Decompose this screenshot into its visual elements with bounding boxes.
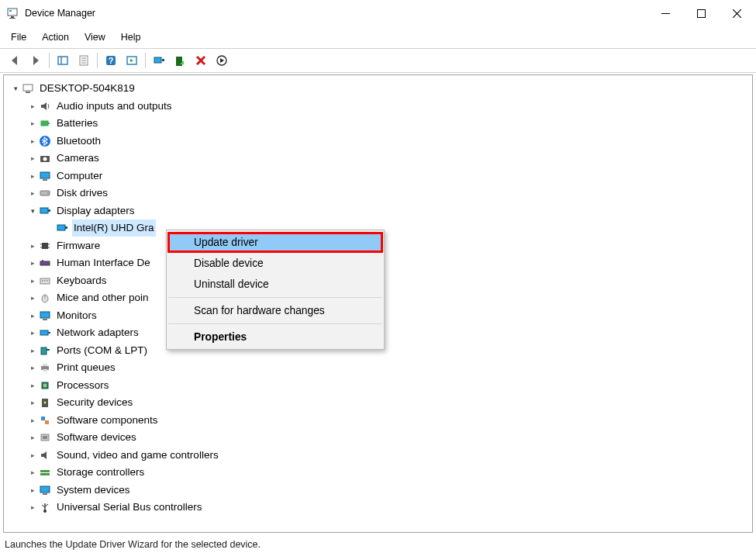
tree-item-batteries[interactable]: ▸Batteries [10, 115, 746, 133]
help-button[interactable]: ? [101, 50, 121, 71]
back-button[interactable] [5, 50, 25, 71]
chevron-right-icon[interactable]: ▸ [27, 237, 38, 254]
chevron-down-icon[interactable]: ▾ [27, 202, 38, 219]
mouse-icon [38, 291, 52, 305]
tree-item-label: Print queues [55, 359, 117, 376]
install-driver-toolbar-button[interactable] [170, 50, 190, 71]
tree-item-software-components[interactable]: ▸Software components [10, 412, 746, 430]
svg-rect-23 [23, 85, 33, 91]
menu-file[interactable]: File [3, 29, 34, 46]
uninstall-toolbar-button[interactable] [191, 50, 211, 71]
tree-item-label: Display adapters [55, 202, 136, 219]
tree-item-print-queues[interactable]: ▸Print queues [10, 359, 746, 377]
chip-icon [38, 239, 52, 253]
tree-item-label: System devices [55, 482, 132, 499]
context-disable-device[interactable]: Disable device [167, 253, 383, 274]
forward-button[interactable] [26, 50, 46, 71]
tree-item-label: Mice and other poin [55, 289, 150, 306]
chevron-right-icon[interactable]: ▸ [27, 412, 38, 429]
chevron-right-icon[interactable]: ▸ [27, 98, 38, 115]
tree-item-label: Network adapters [55, 324, 140, 341]
update-driver-toolbar-button[interactable] [149, 50, 169, 71]
chevron-right-icon[interactable]: ▸ [27, 359, 38, 376]
context-separator [168, 297, 382, 298]
camera-icon [38, 151, 52, 165]
svg-rect-44 [42, 260, 43, 261]
scan-toolbar-button[interactable] [122, 50, 142, 71]
tree-item-processors[interactable]: ▸Processors [10, 377, 746, 395]
tree-item-system[interactable]: ▸System devices [10, 482, 746, 499]
chevron-right-icon[interactable]: ▸ [27, 394, 38, 411]
chevron-right-icon[interactable]: ▸ [27, 324, 38, 341]
tree-item-label: Ports (COM & LPT) [55, 342, 149, 359]
context-update-driver[interactable]: Update driver [167, 232, 383, 253]
show-hide-console-button[interactable] [53, 50, 73, 71]
menu-action[interactable]: Action [34, 29, 77, 46]
chevron-right-icon[interactable]: ▸ [27, 429, 38, 446]
chevron-right-icon[interactable]: ▸ [27, 499, 38, 516]
close-button[interactable] [719, 0, 754, 26]
chevron-right-icon[interactable]: ▸ [27, 133, 38, 150]
chevron-right-icon[interactable]: ▸ [27, 482, 38, 499]
tree-item-computer[interactable]: ▸Computer [10, 168, 746, 185]
chevron-right-icon[interactable]: ▸ [27, 115, 38, 132]
chevron-down-icon[interactable]: ▾ [10, 80, 21, 97]
status-text: Launches the Update Driver Wizard for th… [5, 539, 261, 550]
maximize-button[interactable] [683, 0, 719, 26]
chevron-right-icon[interactable]: ▸ [27, 447, 38, 464]
chevron-right-icon[interactable]: ▸ [27, 254, 38, 271]
disk-icon [38, 186, 52, 200]
context-uninstall-device[interactable]: Uninstall device [167, 274, 383, 295]
properties-toolbar-button[interactable] [74, 50, 94, 71]
chevron-right-icon[interactable]: ▸ [27, 289, 38, 306]
tree-item-label: Batteries [55, 115, 99, 132]
svg-rect-18 [162, 59, 164, 61]
tree-item-disk-drives[interactable]: ▸Disk drives [10, 185, 746, 202]
tree-item-storage[interactable]: ▸Storage controllers [10, 464, 746, 482]
tree-item-label: Software components [55, 412, 160, 429]
tree-item-label: Keyboards [55, 272, 109, 289]
svg-point-29 [43, 157, 47, 161]
chevron-right-icon[interactable]: ▸ [27, 307, 38, 324]
tree-item-audio[interactable]: ▸Audio inputs and outputs [10, 98, 746, 116]
context-properties[interactable]: Properties [167, 327, 383, 347]
tree-item-bluetooth[interactable]: ▸Bluetooth [10, 133, 746, 150]
minimize-button[interactable] [647, 0, 683, 26]
svg-rect-17 [154, 57, 161, 63]
menubar: File Action View Help [0, 26, 756, 48]
chevron-right-icon[interactable]: ▸ [27, 150, 38, 167]
tree-item-label: Sound, video and game controllers [55, 447, 220, 464]
tree-item-display-adapters[interactable]: ▾Display adapters [10, 202, 746, 220]
menu-help[interactable]: Help [113, 29, 149, 46]
sound-icon [38, 448, 52, 462]
svg-rect-26 [48, 123, 50, 124]
tree-item-cameras[interactable]: ▸Cameras [10, 150, 746, 168]
svg-rect-48 [47, 280, 48, 282]
toolbar-separator [145, 53, 146, 68]
tree-item-label: Firmware [55, 237, 102, 254]
chevron-right-icon[interactable]: ▸ [27, 342, 38, 359]
tree-item-sound[interactable]: ▸Sound, video and game controllers [10, 447, 746, 465]
svg-text:?: ? [109, 56, 114, 65]
context-scan-hardware[interactable]: Scan for hardware changes [167, 300, 383, 321]
tree-root[interactable]: ▾ DESKTOP-504K819 [10, 80, 746, 98]
chevron-right-icon[interactable]: ▸ [27, 272, 38, 289]
chevron-right-icon[interactable]: ▸ [27, 377, 38, 394]
chevron-right-icon[interactable]: ▸ [27, 185, 38, 202]
tree-item-software-devices[interactable]: ▸Software devices [10, 429, 746, 447]
menu-view[interactable]: View [77, 29, 113, 46]
svg-rect-65 [45, 420, 49, 424]
hid-icon [38, 256, 52, 270]
tree-item-usb[interactable]: ▸Universal Serial Bus controllers [10, 499, 746, 517]
enable-device-toolbar-button[interactable] [212, 50, 232, 71]
system-device-icon [38, 483, 52, 497]
tree-item-security[interactable]: ▸Security devices [10, 394, 746, 412]
svg-rect-67 [43, 436, 47, 439]
cpu-icon [38, 378, 52, 392]
toolbar-separator [97, 53, 98, 68]
chevron-right-icon[interactable]: ▸ [27, 168, 38, 185]
svg-rect-31 [43, 179, 47, 181]
chevron-right-icon[interactable]: ▸ [27, 464, 38, 481]
svg-point-63 [44, 402, 47, 404]
svg-rect-54 [48, 332, 50, 334]
